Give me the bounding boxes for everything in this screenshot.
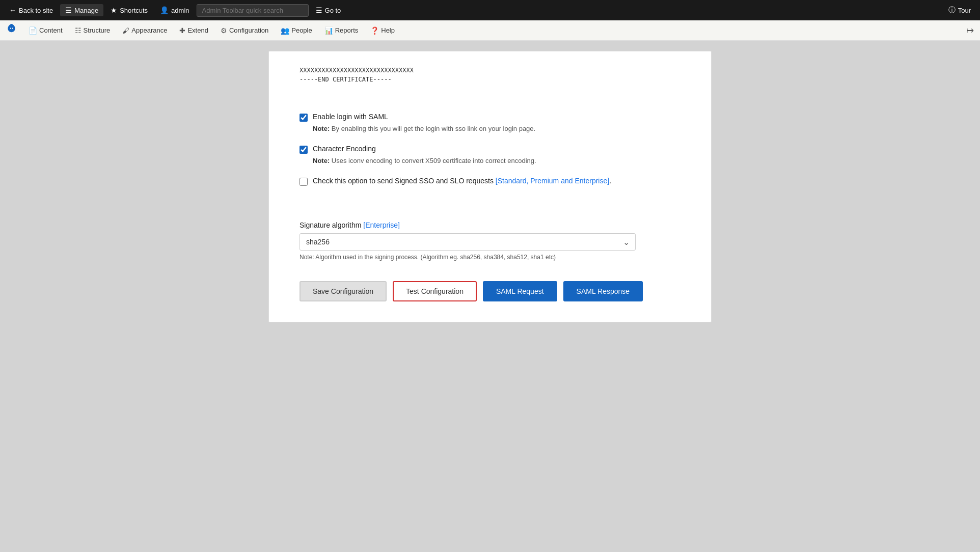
menu-icon: ☰	[65, 6, 72, 14]
nav-structure[interactable]: ☷ Structure	[69, 24, 117, 37]
char-encoding-note: Note: Uses iconv encoding to convert X50…	[313, 157, 680, 164]
nav-people[interactable]: 👥 People	[275, 24, 318, 37]
char-encoding-label: Character Encoding	[313, 145, 376, 153]
reports-icon: 📊	[324, 26, 333, 35]
shortcuts-button[interactable]: ★ Shortcuts	[105, 4, 153, 16]
signed-sso-checkbox[interactable]	[300, 178, 308, 186]
enable-saml-label: Enable login with SAML	[313, 113, 388, 121]
char-encoding-row: Character Encoding	[300, 145, 680, 154]
admin-search-input[interactable]	[197, 4, 309, 17]
sig-select-wrapper: sha256 sha384 sha512 sha1 ⌄	[300, 233, 636, 251]
action-buttons: Save Configuration Test Configuration SA…	[300, 281, 680, 301]
nav-extend[interactable]: ✚ Extend	[173, 24, 214, 37]
cert-end-line: -----END CERTIFICATE-----	[300, 76, 680, 83]
svg-point-1	[12, 27, 13, 29]
signed-sso-section: Check this option to send Signed SSO and…	[300, 177, 680, 186]
admin-toolbar: ← Back to site ☰ Manage ★ Shortcuts 👤 ad…	[0, 0, 980, 20]
user-icon: 👤	[160, 6, 169, 14]
nav-configuration[interactable]: ⚙ Configuration	[214, 24, 275, 37]
manage-button[interactable]: ☰ Manage	[60, 4, 103, 16]
star-icon: ★	[111, 6, 117, 14]
sidebar-toggle-button[interactable]: ↦	[962, 23, 978, 38]
enable-saml-note: Note: By enabling this you will get the …	[313, 125, 680, 132]
cert-text-line1: XXXXXXXXXXXXXXXXXXXXXXXXXXXXXXX	[300, 67, 680, 74]
content-card: XXXXXXXXXXXXXXXXXXXXXXXXXXXXXXX -----END…	[268, 51, 712, 322]
enable-saml-section: Enable login with SAML Note: By enabling…	[300, 113, 680, 132]
nav-help[interactable]: ❓ Help	[364, 24, 401, 37]
tour-button[interactable]: ⓘ Tour	[943, 4, 976, 17]
help-icon: ❓	[370, 26, 379, 35]
nav-appearance[interactable]: 🖌 Appearance	[116, 24, 173, 37]
signed-sso-label: Check this option to send Signed SSO and…	[313, 177, 611, 185]
sig-algo-section: Signature algorithm [Enterprise] sha256 …	[300, 221, 680, 261]
help-circle-icon: ⓘ	[948, 6, 956, 15]
configuration-icon: ⚙	[221, 26, 227, 35]
content-icon: 📄	[29, 26, 37, 35]
drupal-nav: 📄 Content ☷ Structure 🖌 Appearance ✚ Ext…	[0, 20, 980, 41]
enable-saml-row: Enable login with SAML	[300, 113, 680, 122]
sig-algo-enterprise-link[interactable]: [Enterprise]	[363, 221, 400, 229]
svg-point-0	[10, 27, 11, 29]
sig-algo-label: Signature algorithm [Enterprise]	[300, 221, 680, 229]
saml-response-button[interactable]: SAML Response	[563, 281, 643, 301]
back-to-site-button[interactable]: ← Back to site	[4, 4, 58, 16]
structure-icon: ☷	[75, 26, 81, 35]
save-configuration-button[interactable]: Save Configuration	[300, 281, 387, 301]
goto-button[interactable]: ☰ Go to	[311, 4, 346, 16]
people-icon: 👥	[281, 26, 289, 35]
back-arrow-icon: ←	[9, 6, 16, 14]
saml-request-button[interactable]: SAML Request	[483, 281, 557, 301]
drupal-logo[interactable]	[2, 21, 20, 40]
enable-saml-checkbox[interactable]	[300, 114, 308, 122]
page-wrapper: XXXXXXXXXXXXXXXXXXXXXXXXXXXXXXX -----END…	[0, 41, 980, 552]
nav-content[interactable]: 📄 Content	[22, 24, 69, 37]
appearance-icon: 🖌	[122, 26, 129, 35]
sig-algo-note: Note: Algorithm used in the signing proc…	[300, 254, 680, 261]
admin-user-button[interactable]: 👤 admin	[155, 4, 194, 16]
signed-sso-row: Check this option to send Signed SSO and…	[300, 177, 680, 186]
char-encoding-section: Character Encoding Note: Uses iconv enco…	[300, 145, 680, 164]
goto-icon: ☰	[316, 6, 322, 14]
extend-icon: ✚	[179, 26, 185, 35]
nav-reports[interactable]: 📊 Reports	[318, 24, 365, 37]
char-encoding-checkbox[interactable]	[300, 146, 308, 154]
signed-sso-link[interactable]: [Standard, Premium and Enterprise]	[496, 177, 609, 185]
sig-algo-select[interactable]: sha256 sha384 sha512 sha1	[300, 233, 636, 251]
test-configuration-button[interactable]: Test Configuration	[393, 281, 477, 301]
